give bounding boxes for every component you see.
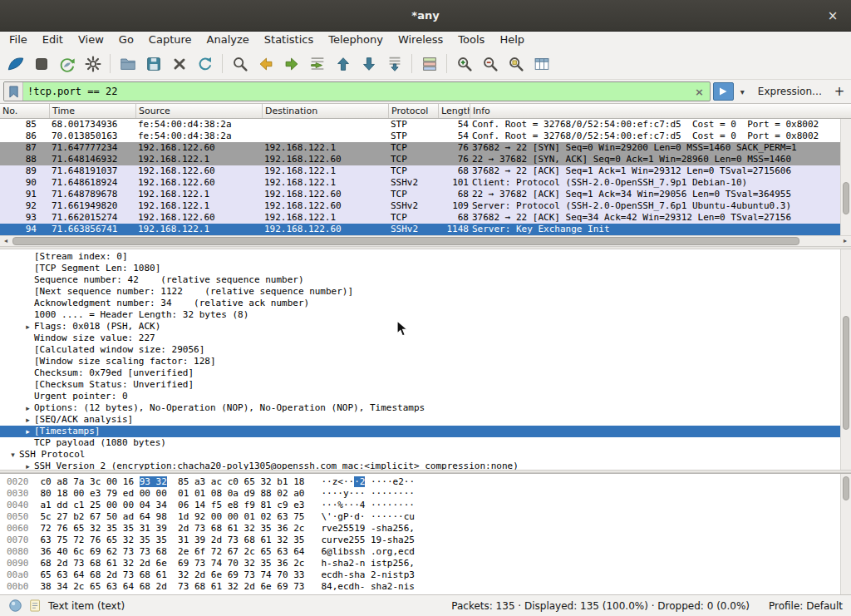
expander-icon[interactable]: ▸ xyxy=(22,461,34,470)
hex-row-0070[interactable]: 007063 75 72 76 65 32 35 35 31 39 2d 73 … xyxy=(0,535,840,546)
packet-row-88[interactable]: 8871.648146932192.168.122.1192.168.122.6… xyxy=(0,154,840,165)
column-header-no[interactable]: No. xyxy=(0,104,50,118)
detail-line[interactable]: Acknowledgment number: 34 (relative ack … xyxy=(0,298,840,309)
scroll-right-icon[interactable]: ▸ xyxy=(839,236,851,246)
start-capture-button[interactable] xyxy=(2,51,28,77)
column-header-time[interactable]: Time xyxy=(50,104,136,118)
hex-row-0060[interactable]: 006072 76 65 32 35 35 31 39 2d 73 68 61 … xyxy=(0,523,840,535)
expert-info-button[interactable] xyxy=(8,599,22,613)
hex-scrollbar[interactable] xyxy=(840,474,851,594)
detail-line[interactable]: ▸[SEQ/ACK analysis] xyxy=(0,414,840,426)
display-filter-input[interactable]: !tcp.port == 22 × xyxy=(3,81,711,101)
go-to-packet-button[interactable] xyxy=(304,51,330,77)
expander-icon[interactable]: ▸ xyxy=(22,402,34,414)
packet-row-87[interactable]: 8771.647777234192.168.122.60192.168.122.… xyxy=(0,142,840,154)
column-header-destination[interactable]: Destination xyxy=(263,104,389,118)
title-bar[interactable]: *any × xyxy=(0,0,851,32)
capture-comment-button[interactable] xyxy=(28,599,42,613)
menu-file[interactable]: File xyxy=(2,32,35,48)
add-filter-button[interactable]: + xyxy=(831,84,848,99)
open-file-button[interactable] xyxy=(115,51,140,77)
go-back-button[interactable] xyxy=(253,51,278,77)
menu-capture[interactable]: Capture xyxy=(141,32,199,48)
find-packet-button[interactable] xyxy=(227,51,253,77)
scrollbar-thumb[interactable] xyxy=(843,182,849,214)
column-header-info[interactable]: Info xyxy=(470,104,851,118)
packet-row-89[interactable]: 8971.648191037192.168.122.60192.168.122.… xyxy=(0,165,840,177)
expander-icon[interactable]: ▾ xyxy=(7,449,19,461)
detail-line[interactable]: ▸[Timestamps] xyxy=(0,426,840,437)
stop-capture-button[interactable] xyxy=(28,51,54,77)
close-window-button[interactable]: × xyxy=(824,7,841,24)
go-first-button[interactable] xyxy=(330,51,356,77)
packet-row-90[interactable]: 9071.648618924192.168.122.60192.168.122.… xyxy=(0,177,840,189)
hex-row-0030[interactable]: 003080 18 00 e3 79 ed 00 00 01 01 08 0a … xyxy=(0,488,840,500)
hex-row-00a0[interactable]: 00a065 63 64 68 2d 73 68 61 32 2d 6e 69 … xyxy=(0,569,840,581)
hex-row-0090[interactable]: 009068 2d 73 68 61 32 2d 6e 69 73 74 70 … xyxy=(0,558,840,569)
packet-row-91[interactable]: 9171.648789678192.168.122.1192.168.122.6… xyxy=(0,189,840,200)
detail-line[interactable]: 1000 .... = Header Length: 32 bytes (8) xyxy=(0,309,840,321)
packet-list-scrollbar[interactable] xyxy=(840,119,851,235)
detail-line[interactable]: ▸Options: (12 bytes), No-Operation (NOP)… xyxy=(0,402,840,414)
menu-wireless[interactable]: Wireless xyxy=(391,32,450,48)
packet-row-94[interactable]: 9471.663856741192.168.122.1192.168.122.6… xyxy=(0,224,840,235)
packet-row-86[interactable]: 8670.013850163fe:54:00:d4:38:2aSTP54Conf… xyxy=(0,131,840,142)
detail-line[interactable]: Checksum: 0x79ed [unverified] xyxy=(0,367,840,379)
filter-history-dropdown-icon[interactable]: ▾ xyxy=(736,87,749,96)
expander-icon[interactable]: ▸ xyxy=(22,321,34,333)
menu-help[interactable]: Help xyxy=(492,32,532,48)
detail-line[interactable]: ▸Flags: 0x018 (PSH, ACK) xyxy=(0,321,840,333)
detail-line[interactable]: ▾SSH Protocol xyxy=(0,449,840,461)
menu-tools[interactable]: Tools xyxy=(450,32,492,48)
expander-icon[interactable]: ▸ xyxy=(22,426,34,437)
clear-filter-icon[interactable]: × xyxy=(689,86,710,98)
detail-line[interactable]: Urgent pointer: 0 xyxy=(0,391,840,402)
packet-list-hscrollbar[interactable]: ◂ ▸ xyxy=(0,235,851,246)
menu-statistics[interactable]: Statistics xyxy=(257,32,321,48)
column-header-length[interactable]: Length xyxy=(439,104,470,118)
zoom-normal-button[interactable] xyxy=(503,51,529,77)
column-header-protocol[interactable]: Protocol xyxy=(389,104,439,118)
menu-view[interactable]: View xyxy=(71,32,111,48)
apply-filter-button[interactable] xyxy=(713,82,734,101)
close-file-button[interactable] xyxy=(166,51,192,77)
go-last-button[interactable] xyxy=(356,51,381,77)
detail-line[interactable]: Window size value: 227 xyxy=(0,333,840,344)
scrollbar-thumb[interactable] xyxy=(843,476,849,500)
menu-go[interactable]: Go xyxy=(111,32,141,48)
profile-button[interactable]: Profile: Default xyxy=(769,600,843,612)
save-file-button[interactable] xyxy=(140,51,166,77)
colorize-button[interactable] xyxy=(416,51,442,77)
restart-capture-button[interactable] xyxy=(54,51,80,77)
menu-telephony[interactable]: Telephony xyxy=(321,32,391,48)
go-forward-button[interactable] xyxy=(278,51,304,77)
packet-row-93[interactable]: 9371.662015274192.168.122.60192.168.122.… xyxy=(0,212,840,224)
detail-line[interactable]: [Calculated window size: 29056] xyxy=(0,344,840,356)
column-header-source[interactable]: Source xyxy=(136,104,263,118)
expression-button[interactable]: Expression… xyxy=(751,86,829,97)
scrollbar-thumb[interactable] xyxy=(843,316,849,431)
hex-row-0020[interactable]: 0020c0 a8 7a 3c 00 16 93 32 85 a3 ac c0 … xyxy=(0,476,840,488)
hex-row-0050[interactable]: 00505c 27 b2 67 50 ad 64 98 1d 92 00 00 … xyxy=(0,511,840,523)
filter-bookmarks-button[interactable] xyxy=(4,82,23,101)
packet-row-92[interactable]: 9271.661949820192.168.122.1192.168.122.6… xyxy=(0,200,840,212)
capture-options-button[interactable] xyxy=(80,51,106,77)
detail-line[interactable]: [Stream index: 0] xyxy=(0,251,840,263)
hscroll-track[interactable] xyxy=(12,236,839,246)
detail-line[interactable]: [Next sequence number: 1122 (relative se… xyxy=(0,286,840,298)
detail-line[interactable]: TCP payload (1080 bytes) xyxy=(0,437,840,449)
menu-edit[interactable]: Edit xyxy=(35,32,71,48)
scroll-left-icon[interactable]: ◂ xyxy=(0,236,12,246)
detail-line[interactable]: [TCP Segment Len: 1080] xyxy=(0,263,840,274)
detail-line[interactable]: ▸SSH Version 2 (encryption:chacha20-poly… xyxy=(0,461,840,470)
detail-line[interactable]: [Window size scaling factor: 128] xyxy=(0,356,840,367)
zoom-in-button[interactable] xyxy=(451,51,477,77)
hex-row-0040[interactable]: 0040a1 dd c1 25 00 00 04 34 06 14 f5 e8 … xyxy=(0,500,840,511)
filter-value[interactable]: !tcp.port == 22 xyxy=(23,86,689,97)
packet-row-85[interactable]: 8568.001734936fe:54:00:d4:38:2aSTP54Conf… xyxy=(0,119,840,131)
details-scrollbar[interactable] xyxy=(840,249,851,470)
resize-columns-button[interactable] xyxy=(529,51,554,77)
hex-row-0080[interactable]: 008036 40 6c 69 62 73 73 68 2e 6f 72 67 … xyxy=(0,546,840,558)
menu-analyze[interactable]: Analyze xyxy=(199,32,257,48)
reload-file-button[interactable] xyxy=(192,51,218,77)
